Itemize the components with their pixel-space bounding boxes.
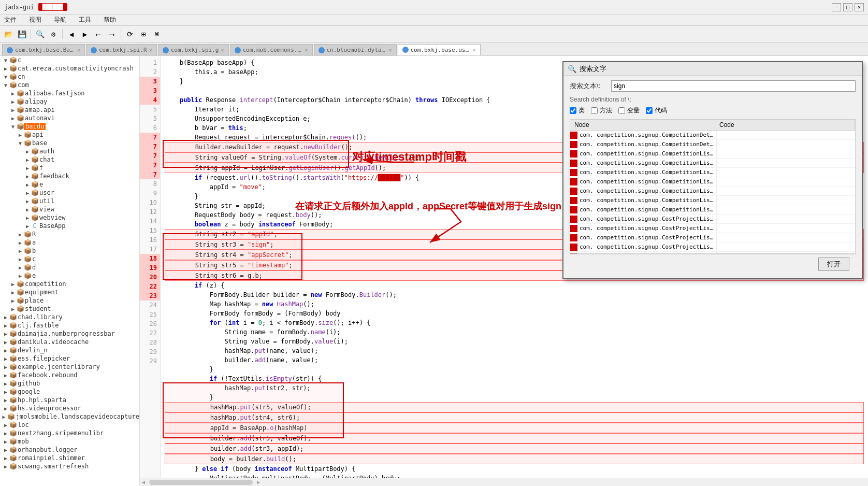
expand-icon[interactable]: ▶ bbox=[2, 388, 9, 395]
menu-nav[interactable]: 导航 bbox=[52, 15, 68, 25]
close-button[interactable]: ✕ bbox=[855, 3, 864, 11]
tree-item-example[interactable]: ▶ 📦 example.jcenterlibrary bbox=[0, 363, 139, 371]
expand-icon[interactable]: ▶ bbox=[24, 222, 31, 230]
toolbar-forward[interactable]: ▶ bbox=[79, 28, 91, 40]
search-result-row-1[interactable]: com. competition.signup.CompetitionDetai… bbox=[570, 131, 855, 140]
search-result-row-7[interactable]: com. competition.signup.CompetitionListA… bbox=[570, 187, 855, 196]
menu-tools[interactable]: 工具 bbox=[77, 15, 93, 25]
tree-item-webview[interactable]: ▶ 📦 webview bbox=[0, 213, 139, 222]
tab-spig[interactable]: com.bxkj.spi.g ✕ bbox=[158, 44, 229, 55]
search-result-row-4[interactable]: com. competition.signup.CompetitionListA… bbox=[570, 159, 855, 168]
expand-icon[interactable]: ▶ bbox=[9, 297, 17, 304]
expand-icon[interactable]: ▶ bbox=[17, 131, 24, 138]
menu-file[interactable]: 文件 bbox=[2, 15, 19, 25]
expand-icon[interactable]: ▶ bbox=[9, 289, 17, 296]
tab-imageloader[interactable]: cn.bluemobi.dylan.base.utils.ImageLoader… bbox=[314, 44, 397, 55]
horizontal-scrollbar[interactable]: ◀ ▶ bbox=[140, 478, 868, 486]
toolbar-decompile[interactable]: ⊞ bbox=[137, 28, 150, 40]
expand-icon[interactable]: ▶ bbox=[2, 438, 9, 445]
expand-icon[interactable]: ▶ bbox=[2, 405, 9, 412]
tree-item-github[interactable]: ▶ 📦 github bbox=[0, 379, 139, 388]
expand-icon[interactable]: ▶ bbox=[2, 396, 9, 404]
expand-icon[interactable]: ▶ bbox=[2, 454, 9, 462]
expand-icon[interactable]: ▶ bbox=[2, 355, 9, 362]
tree-item-alibaba[interactable]: ▶ 📦 alibaba.fastjson bbox=[0, 89, 139, 97]
toolbar-nav1[interactable]: ⟵ bbox=[92, 28, 105, 40]
expand-icon[interactable]: ▶ bbox=[17, 247, 24, 254]
expand-icon[interactable]: ▶ bbox=[2, 371, 9, 379]
tree-item-d[interactable]: ▶ 📦 d bbox=[0, 263, 139, 271]
menu-help[interactable]: 帮助 bbox=[102, 15, 118, 25]
tree-item-baseapp[interactable]: ▶ C BaseApp bbox=[0, 222, 139, 230]
scroll-thumb[interactable] bbox=[149, 480, 253, 485]
search-result-row-3[interactable]: com. competition.signup.CompetitionListA… bbox=[570, 149, 855, 159]
expand-icon[interactable]: ▶ bbox=[2, 313, 9, 321]
search-result-row-13[interactable]: com. competition.signup.CostProjectListA… bbox=[570, 242, 855, 252]
tab-close-spir[interactable]: ✕ bbox=[149, 47, 152, 53]
tree-item-danikula[interactable]: ▶ 📦 danikula.videocache bbox=[0, 338, 139, 346]
tree-item-devlin[interactable]: ▶ 📦 devlin_n bbox=[0, 346, 139, 354]
tree-item-feedback[interactable]: ▶ 📦 feedback bbox=[0, 172, 139, 180]
tree-item-amap[interactable]: ▶ 📦 amap.api bbox=[0, 106, 139, 114]
tree-item-auth[interactable]: ▶ 📦 auth bbox=[0, 147, 139, 155]
expand-icon[interactable]: ▶ bbox=[2, 463, 9, 470]
checkbox-code-input[interactable] bbox=[646, 107, 653, 114]
checkbox-class[interactable]: 类 bbox=[570, 106, 585, 115]
expand-icon[interactable]: ▶ bbox=[24, 206, 31, 213]
expand-icon[interactable]: ▶ bbox=[24, 214, 31, 221]
tab-close-imageloader[interactable]: ✕ bbox=[388, 47, 392, 53]
toolbar-save[interactable]: 💾 bbox=[16, 28, 28, 40]
expand-icon[interactable]: ▶ bbox=[24, 156, 31, 163]
tree-item-hs[interactable]: ▶ 📦 hs.videoprocessor bbox=[0, 404, 139, 412]
expand-icon[interactable]: ▶ bbox=[2, 338, 9, 346]
expand-icon[interactable]: ▶ bbox=[24, 148, 31, 155]
tree-item-e2[interactable]: ▶ 📦 e bbox=[0, 271, 139, 280]
expand-icon[interactable]: ▼ bbox=[2, 81, 9, 89]
tab-close-loginuser[interactable]: ✕ bbox=[472, 47, 475, 53]
tab-commons[interactable]: com.mob.commons.a.k ✕ bbox=[230, 44, 313, 55]
tree-item-f[interactable]: ▶ 📦 f bbox=[0, 164, 139, 172]
expand-icon[interactable]: ▶ bbox=[24, 173, 31, 180]
scroll-right-arrow[interactable]: ▶ bbox=[255, 479, 262, 485]
tree-item-google[interactable]: ▶ 📦 google bbox=[0, 388, 139, 396]
search-results[interactable]: Node Code com. competition.signup.Compet… bbox=[570, 119, 856, 254]
tree-item-chat[interactable]: ▶ 📦 chat bbox=[0, 155, 139, 164]
checkbox-class-input[interactable] bbox=[570, 107, 576, 114]
tab-close-baseapp[interactable]: ✕ bbox=[77, 47, 80, 53]
checkbox-method[interactable]: 方法 bbox=[591, 106, 612, 115]
expand-icon[interactable]: ▶ bbox=[2, 421, 9, 428]
toolbar-cmd[interactable]: ⌘ bbox=[151, 28, 163, 40]
expand-icon[interactable]: ▶ bbox=[24, 164, 31, 171]
menu-view[interactable]: 视图 bbox=[27, 15, 44, 25]
tree-item-chad[interactable]: ▶ 📦 chad.library bbox=[0, 313, 139, 321]
search-result-row-11[interactable]: com. competition.signup.CostProjectListA… bbox=[570, 224, 855, 233]
toolbar-search[interactable]: 🔍 bbox=[34, 28, 46, 40]
checkbox-var[interactable]: 变量 bbox=[618, 106, 640, 115]
tree-item-base[interactable]: ▼ 📦 base bbox=[0, 139, 139, 147]
tree-item-loc[interactable]: ▶ 📦 loc bbox=[0, 421, 139, 429]
maximize-button[interactable]: □ bbox=[843, 3, 852, 11]
tree-item-student[interactable]: ▶ 📦 student bbox=[0, 305, 139, 313]
scroll-left-arrow[interactable]: ◀ bbox=[140, 479, 147, 485]
expand-icon[interactable]: ▶ bbox=[17, 255, 24, 263]
toolbar-open[interactable]: 📂 bbox=[2, 28, 15, 40]
tab-close-spig[interactable]: ✕ bbox=[221, 47, 224, 53]
checkbox-method-input[interactable] bbox=[591, 107, 598, 114]
tree-item-b[interactable]: ▶ 📦 b bbox=[0, 247, 139, 255]
expand-icon[interactable]: ▶ bbox=[24, 189, 31, 196]
tree-item-util[interactable]: ▶ 📦 util bbox=[0, 197, 139, 205]
tree-item-view[interactable]: ▶ 📦 view bbox=[0, 205, 139, 213]
expand-icon[interactable]: ▶ bbox=[17, 272, 24, 279]
expand-icon[interactable]: ▶ bbox=[24, 181, 31, 188]
tree-item-facebook[interactable]: ▶ 📦 facebook.rebound bbox=[0, 371, 139, 379]
expand-icon[interactable]: ▶ bbox=[9, 98, 17, 105]
expand-icon[interactable]: ▶ bbox=[17, 264, 24, 271]
search-result-row-10[interactable]: com. competition.signup.CostProjectListA… bbox=[570, 215, 855, 224]
tree-item-competition[interactable]: ▶ 📦 competition bbox=[0, 280, 139, 288]
tree-item-orhan[interactable]: ▶ 📦 orhanobut.logger bbox=[0, 446, 139, 454]
tree-item-c2[interactable]: ▶ 📦 c bbox=[0, 255, 139, 263]
tree-item-alipay[interactable]: ▶ 📦 alipay bbox=[0, 97, 139, 106]
tree-item-com[interactable]: ▼ 📦 com bbox=[0, 81, 139, 89]
tree-item-cn[interactable]: ▼ 📦 cn bbox=[0, 73, 139, 81]
tab-spir[interactable]: com.bxkj.spi.R ✕ bbox=[86, 44, 157, 55]
